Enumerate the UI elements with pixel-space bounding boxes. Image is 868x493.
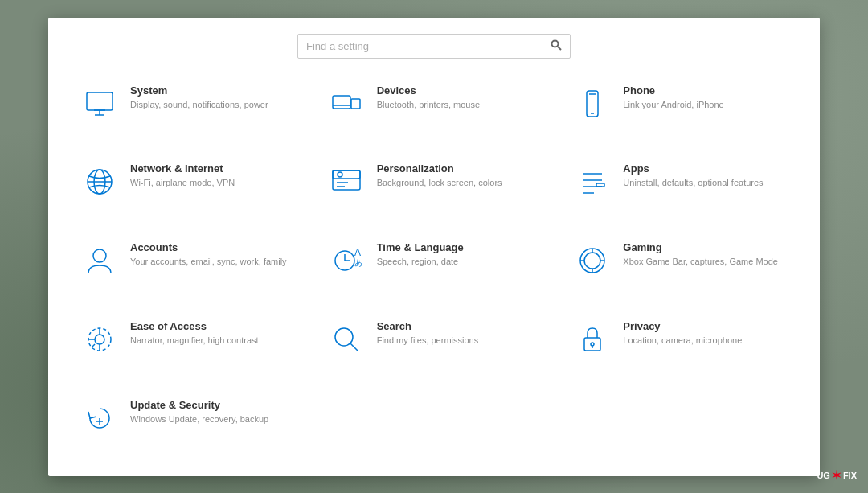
time-icon: Aあ (327, 241, 366, 280)
phone-icon (573, 84, 612, 123)
svg-rect-2 (87, 92, 113, 110)
setting-title-network: Network & Internet (130, 162, 235, 175)
setting-text-search: Search Find my files, permissions (377, 320, 479, 347)
setting-title-phone: Phone (623, 84, 723, 97)
svg-rect-6 (333, 96, 350, 109)
setting-text-update: Update & Security Windows Update, recove… (130, 399, 268, 425)
setting-desc-network: Wi-Fi, airplane mode, VPN (130, 177, 235, 189)
setting-desc-accounts: Your accounts, email, sync, work, family (130, 256, 287, 268)
search-bar-container (297, 34, 571, 59)
setting-title-personalization: Personalization (377, 162, 502, 175)
svg-point-33 (584, 253, 600, 269)
setting-desc-ease: Narrator, magnifier, high contrast (130, 335, 259, 347)
setting-text-gaming: Gaming Xbox Game Bar, captures, Game Mod… (623, 241, 778, 268)
setting-desc-update: Windows Update, recovery, backup (130, 413, 268, 425)
network-icon (80, 162, 119, 201)
setting-item-accounts[interactable]: Accounts Your accounts, email, sync, wor… (72, 232, 303, 302)
watermark-prefix: UG (817, 470, 830, 480)
setting-desc-phone: Link your Android, iPhone (623, 99, 723, 111)
privacy-icon (573, 320, 612, 359)
setting-desc-apps: Uninstall, defaults, optional features (623, 177, 763, 189)
setting-desc-personalization: Background, lock screen, colors (377, 177, 502, 189)
setting-item-devices[interactable]: Devices Bluetooth, printers, mouse (319, 75, 550, 146)
svg-point-0 (552, 40, 559, 47)
setting-item-time[interactable]: Aあ Time & Language Speech, region, date (319, 232, 550, 302)
setting-title-search: Search (377, 320, 479, 332)
setting-item-system[interactable]: System Display, sound, notifications, po… (72, 75, 303, 146)
settings-window: System Display, sound, notifications, po… (48, 18, 820, 476)
svg-line-1 (558, 47, 561, 50)
setting-desc-time: Speech, region, date (377, 256, 464, 268)
svg-text:A: A (354, 247, 361, 258)
settings-grid: System Display, sound, notifications, po… (72, 75, 796, 460)
gaming-icon (573, 241, 612, 280)
setting-item-phone[interactable]: Phone Link your Android, iPhone (565, 75, 796, 146)
setting-text-accounts: Accounts Your accounts, email, sync, wor… (130, 241, 287, 268)
setting-text-system: System Display, sound, notifications, po… (130, 84, 268, 111)
setting-desc-system: Display, sound, notifications, power (130, 99, 268, 111)
accounts-icon (80, 241, 119, 280)
setting-text-personalization: Personalization Background, lock screen,… (377, 162, 502, 189)
svg-rect-25 (596, 183, 604, 187)
setting-title-system: System (130, 84, 268, 97)
setting-item-update[interactable]: Update & Security Windows Update, recove… (72, 389, 303, 460)
setting-item-privacy[interactable]: Privacy Location, camera, microphone (565, 310, 796, 381)
svg-line-44 (350, 343, 358, 351)
setting-title-update: Update & Security (130, 399, 268, 411)
personalization-icon (327, 162, 366, 201)
svg-rect-7 (351, 99, 360, 109)
apps-icon (573, 162, 612, 201)
watermark-suffix: FIX (843, 470, 857, 480)
setting-text-phone: Phone Link your Android, iPhone (623, 84, 723, 111)
svg-rect-10 (587, 91, 598, 117)
svg-point-43 (335, 328, 353, 346)
setting-desc-gaming: Xbox Game Bar, captures, Game Mode (623, 256, 778, 268)
setting-item-ease[interactable]: Ease of Access Narrator, magnifier, high… (72, 310, 303, 381)
search-icon (327, 320, 366, 359)
setting-title-devices: Devices (377, 84, 480, 97)
setting-text-time: Time & Language Speech, region, date (377, 241, 464, 268)
search-icon (551, 39, 562, 53)
setting-desc-search: Find my files, permissions (377, 335, 479, 347)
setting-text-privacy: Privacy Location, camera, microphone (623, 320, 742, 347)
setting-title-accounts: Accounts (130, 241, 287, 253)
svg-point-26 (93, 249, 106, 262)
setting-title-apps: Apps (623, 162, 763, 175)
system-icon (80, 84, 119, 123)
svg-point-46 (591, 343, 594, 346)
setting-item-search[interactable]: Search Find my files, permissions (319, 310, 550, 381)
ease-icon (80, 320, 119, 359)
setting-desc-privacy: Location, camera, microphone (623, 335, 742, 347)
update-icon (80, 399, 119, 438)
svg-rect-17 (333, 170, 360, 179)
setting-item-apps[interactable]: Apps Uninstall, defaults, optional featu… (565, 153, 796, 224)
setting-title-privacy: Privacy (623, 320, 742, 332)
svg-point-18 (338, 172, 342, 177)
setting-item-personalization[interactable]: Personalization Background, lock screen,… (319, 153, 550, 224)
setting-text-apps: Apps Uninstall, defaults, optional featu… (623, 162, 763, 189)
setting-text-network: Network & Internet Wi-Fi, airplane mode,… (130, 162, 235, 189)
svg-rect-45 (584, 338, 600, 351)
setting-item-gaming[interactable]: Gaming Xbox Game Bar, captures, Game Mod… (565, 232, 796, 302)
watermark: UG ✶ FIX (817, 469, 857, 482)
watermark-star: ✶ (832, 469, 841, 482)
setting-text-devices: Devices Bluetooth, printers, mouse (377, 84, 480, 111)
setting-title-gaming: Gaming (623, 241, 778, 253)
svg-text:あ: あ (354, 258, 362, 267)
setting-item-network[interactable]: Network & Internet Wi-Fi, airplane mode,… (72, 153, 303, 224)
svg-point-39 (95, 335, 104, 344)
search-bar (297, 34, 571, 59)
setting-desc-devices: Bluetooth, printers, mouse (377, 99, 480, 111)
setting-title-time: Time & Language (377, 241, 464, 253)
setting-text-ease: Ease of Access Narrator, magnifier, high… (130, 320, 259, 347)
setting-title-ease: Ease of Access (130, 320, 259, 332)
search-input[interactable] (306, 40, 551, 52)
devices-icon (327, 84, 366, 123)
